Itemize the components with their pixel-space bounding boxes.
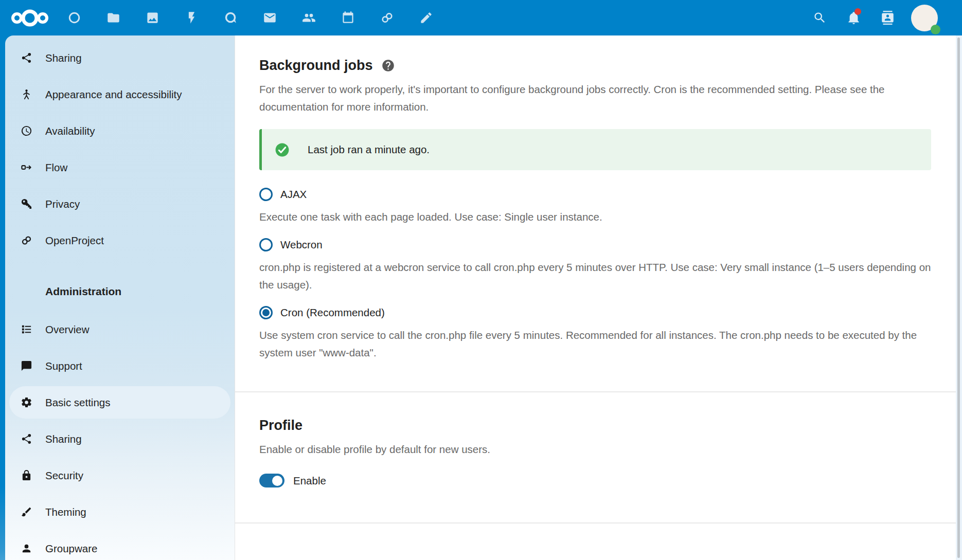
mail-icon <box>263 11 277 25</box>
cron-options: AJAX Execute one task with each page loa… <box>259 188 931 362</box>
app-menu <box>55 0 446 35</box>
cron-status-banner: Last job ran a minute ago. <box>259 129 931 170</box>
files-icon <box>106 11 120 25</box>
radio-label: AJAX <box>280 188 307 201</box>
search-icon <box>813 11 827 25</box>
personal-settings-list: SharingAppearance and accessibilityAvail… <box>5 42 235 257</box>
check-circle-icon <box>274 142 290 158</box>
sidebar-item-support[interactable]: Support <box>9 350 230 382</box>
profile-enable-toggle[interactable] <box>259 474 284 487</box>
cron-option-cron-recommended: Cron (Recommended) Use system cron servi… <box>259 306 931 362</box>
sidebar-item-security[interactable]: Security <box>9 459 230 492</box>
radio-circle[interactable] <box>259 188 273 201</box>
chat-icon <box>21 360 32 372</box>
top-header <box>0 0 962 35</box>
toggle-knob <box>272 476 282 486</box>
option-description: cron.php is registered at a webcron serv… <box>259 259 931 294</box>
app-icon-activity[interactable] <box>172 0 211 35</box>
admin-settings-list: OverviewSupportBasic settingsSharingSecu… <box>5 313 235 560</box>
radio-circle[interactable] <box>259 306 273 319</box>
help-icon <box>381 59 395 73</box>
sidebar-item-availability[interactable]: Availability <box>9 115 230 147</box>
activity-icon <box>185 11 199 25</box>
sidebar-item-sharing[interactable]: Sharing <box>9 42 230 74</box>
sidebar-item-flow[interactable]: Flow <box>9 151 230 184</box>
radio-cron-recommended[interactable]: Cron (Recommended) <box>259 306 385 319</box>
sidebar-item-label: Flow <box>45 161 67 174</box>
app-icon-files[interactable] <box>94 0 133 35</box>
option-description: Use system cron service to call the cron… <box>259 327 931 362</box>
background-jobs-title: Background jobs <box>259 57 373 74</box>
gear-icon <box>21 396 32 408</box>
sidebar-item-label: Basic settings <box>45 396 110 409</box>
sidebar-item-label: Sharing <box>45 433 82 445</box>
share-icon <box>21 433 32 445</box>
sidebar-item-privacy[interactable]: Privacy <box>9 188 230 220</box>
app-icon-talk[interactable] <box>211 0 250 35</box>
radio-ajax[interactable]: AJAX <box>259 188 307 201</box>
notes-icon <box>419 11 433 25</box>
app-shell: SharingAppearance and accessibilityAvail… <box>5 35 962 560</box>
cron-option-ajax: AJAX Execute one task with each page loa… <box>259 188 931 226</box>
administration-heading: Administration <box>45 285 235 298</box>
sidebar-item-label: Groupware <box>45 543 97 555</box>
settings-scroll-area: Background jobs For the server to work p… <box>235 35 956 560</box>
clock-icon <box>21 125 32 137</box>
radio-webcron[interactable]: Webcron <box>259 238 323 251</box>
sidebar-item-label: Availability <box>45 125 95 137</box>
option-description: Execute one task with each page loaded. … <box>259 208 931 226</box>
background-jobs-section: Background jobs For the server to work p… <box>235 35 956 391</box>
app-icon-contacts[interactable] <box>289 0 328 35</box>
contacts-icon <box>302 11 316 25</box>
search-button[interactable] <box>803 0 836 35</box>
nextcloud-logo[interactable] <box>5 0 55 35</box>
profile-section: Profile Enable or disable profile by def… <box>235 392 956 522</box>
header-left <box>0 0 446 35</box>
app-icon-openproject[interactable] <box>367 0 406 35</box>
openproject-icon <box>380 11 394 25</box>
notifications-button[interactable] <box>836 0 870 35</box>
brush-icon <box>21 506 32 518</box>
accessibility-icon <box>21 88 32 100</box>
flow-icon <box>21 161 32 173</box>
radio-label: Cron (Recommended) <box>280 306 385 319</box>
contacts-menu-button[interactable] <box>870 0 904 35</box>
background-jobs-intro: For the server to work properly, it's im… <box>259 81 931 116</box>
sidebar-item-overview[interactable]: Overview <box>9 313 230 346</box>
sidebar-item-label: Support <box>45 360 82 372</box>
scrollbar-thumb[interactable] <box>957 38 960 558</box>
app-icon-mail[interactable] <box>250 0 289 35</box>
vertical-scrollbar[interactable] <box>956 35 962 560</box>
header-right <box>803 0 962 35</box>
photos-icon <box>146 11 159 25</box>
profile-toggle-label: Enable <box>293 475 326 487</box>
app-icon-dashboard[interactable] <box>55 0 94 35</box>
help-button[interactable] <box>381 59 395 73</box>
sidebar-item-appearance-and-accessibility[interactable]: Appearance and accessibility <box>9 78 230 111</box>
share-icon <box>21 52 32 64</box>
dashboard-icon <box>67 11 81 25</box>
list-icon <box>21 323 32 335</box>
user-avatar-button[interactable] <box>904 0 945 35</box>
sidebar-item-theming[interactable]: Theming <box>9 496 230 528</box>
sidebar-item-label: Security <box>45 469 83 482</box>
key-icon <box>21 198 32 210</box>
bottom-divider <box>235 522 956 523</box>
cron-option-webcron: Webcron cron.php is registered at a webc… <box>259 238 931 294</box>
radio-label: Webcron <box>280 239 323 251</box>
sidebar-item-groupware[interactable]: Groupware <box>9 532 230 560</box>
talk-icon <box>224 11 238 25</box>
app-icon-photos[interactable] <box>133 0 172 35</box>
sidebar-item-sharing[interactable]: Sharing <box>9 423 230 455</box>
notification-badge <box>854 8 861 15</box>
radio-circle[interactable] <box>259 238 273 251</box>
app-icon-notes[interactable] <box>406 0 446 35</box>
nextcloud-logo-icon <box>10 7 50 29</box>
sidebar-item-label: OpenProject <box>45 234 104 247</box>
sidebar-item-label: Overview <box>45 323 89 336</box>
account-icon <box>21 543 32 554</box>
sidebar-item-openproject[interactable]: OpenProject <box>9 224 230 257</box>
sidebar-item-basic-settings[interactable]: Basic settings <box>9 386 230 419</box>
app-icon-calendar[interactable] <box>328 0 367 35</box>
sidebar-item-label: Appearance and accessibility <box>45 88 182 101</box>
